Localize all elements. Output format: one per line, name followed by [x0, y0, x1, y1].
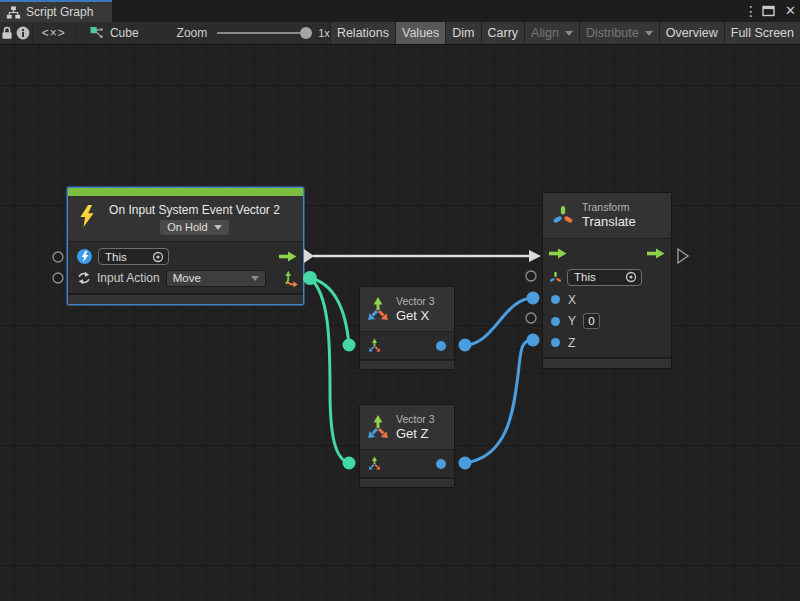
- getz-title: Get Z: [396, 426, 435, 442]
- graph-toolbar: <×> Cube Zoom 1x Relations Values Dim Ca…: [0, 22, 800, 45]
- flow-output-arrow-icon: [279, 251, 297, 262]
- align-button[interactable]: Align: [524, 22, 579, 44]
- context-label: Cube: [110, 26, 139, 40]
- event-mode-value: On Hold: [167, 221, 207, 233]
- translate-y-port[interactable]: [526, 313, 536, 323]
- wire-getz-to-z[interactable]: [465, 340, 533, 463]
- flow-input-arrow-icon: [549, 248, 567, 259]
- transform-icon-small: [549, 270, 562, 285]
- x-output-port[interactable]: [436, 341, 446, 351]
- node-footer: [360, 359, 454, 369]
- node-transform-translate[interactable]: Transform Translate This: [542, 192, 672, 369]
- relations-button[interactable]: Relations: [330, 22, 395, 44]
- full-screen-button[interactable]: Full Screen: [724, 22, 800, 44]
- transform-icon: [552, 203, 574, 228]
- node-footer: [543, 357, 671, 368]
- flow-output-arrow-icon: [647, 248, 665, 259]
- input-action-icon: [77, 271, 91, 285]
- window-menu-icon[interactable]: ⋮: [744, 0, 752, 22]
- maximize-icon[interactable]: [762, 5, 775, 17]
- event-accent-bar: [68, 188, 303, 196]
- close-icon[interactable]: ✕: [785, 0, 796, 22]
- getx-output-port[interactable]: [459, 339, 472, 352]
- vector3-input-icon[interactable]: [367, 338, 382, 353]
- inspect-button[interactable]: [15, 22, 33, 44]
- lock-button[interactable]: [0, 22, 15, 44]
- node-vector3-get-x[interactable]: Vector 3 Get X: [359, 286, 455, 370]
- z-label: Z: [568, 336, 575, 350]
- tab-script-graph[interactable]: Script Graph: [0, 0, 112, 22]
- script-graph-icon: [90, 26, 104, 40]
- zoom-slider[interactable]: [217, 32, 309, 34]
- event-node-title: On Input System Event Vector 2: [109, 203, 280, 217]
- translate-target-port[interactable]: [526, 271, 536, 281]
- y-input-port[interactable]: [551, 317, 560, 326]
- event-target-value: This: [105, 251, 127, 263]
- node-footer: [68, 293, 303, 304]
- tab-label: Script Graph: [26, 5, 93, 19]
- chevron-down-icon: [251, 276, 259, 281]
- info-icon: [16, 26, 30, 40]
- distribute-label: Distribute: [586, 26, 639, 40]
- vector2-output-icon: [283, 270, 298, 287]
- target-picker-icon[interactable]: [152, 251, 164, 263]
- getz-output-port[interactable]: [459, 457, 472, 470]
- zoom-slider-handle[interactable]: [300, 27, 312, 39]
- carry-button[interactable]: Carry: [481, 22, 525, 44]
- translate-z-port[interactable]: [527, 334, 540, 347]
- chevron-down-icon: [214, 225, 222, 230]
- event-action-port[interactable]: [53, 273, 63, 283]
- wire-event-to-getx[interactable]: [310, 278, 349, 345]
- values-button[interactable]: Values: [395, 22, 445, 44]
- title-bar: Script Graph ⋮ ✕: [0, 0, 800, 22]
- input-action-value: Move: [173, 272, 201, 284]
- getz-category: Vector 3: [396, 413, 435, 426]
- event-flow-output-triangle[interactable]: [304, 249, 314, 263]
- vector3-icon: [365, 296, 391, 322]
- graph-context-button[interactable]: Cube: [76, 22, 149, 44]
- translate-target-value: This: [574, 271, 596, 283]
- wire-getx-to-x[interactable]: [465, 298, 533, 345]
- node-vector3-get-z[interactable]: Vector 3 Get Z: [359, 404, 455, 488]
- getx-title: Get X: [396, 308, 435, 324]
- chevron-down-icon: [645, 31, 653, 36]
- player-input-icon: [77, 249, 92, 264]
- node-on-input-system-event[interactable]: On Input System Event Vector 2 On Hold T…: [67, 187, 304, 305]
- script-graph-window: Script Graph ⋮ ✕ <×> Cube Zoom 1x Relat: [0, 0, 800, 601]
- input-action-dropdown[interactable]: Move: [166, 270, 266, 287]
- z-input-port[interactable]: [551, 338, 560, 347]
- y-label: Y: [568, 314, 576, 328]
- graph-canvas[interactable]: On Input System Event Vector 2 On Hold T…: [0, 45, 800, 601]
- translate-category: Transform: [582, 201, 636, 214]
- z-output-port[interactable]: [436, 459, 446, 469]
- zoom-label: Zoom: [177, 26, 208, 40]
- chevron-down-icon: [565, 31, 573, 36]
- getz-input-port[interactable]: [343, 457, 356, 470]
- translate-flow-output-triangle[interactable]: [678, 249, 688, 263]
- node-footer: [360, 477, 454, 487]
- event-mode-dropdown[interactable]: On Hold: [160, 220, 228, 235]
- event-target-port[interactable]: [53, 252, 63, 262]
- lock-icon: [1, 26, 13, 40]
- event-vector2-output-port[interactable]: [303, 271, 317, 285]
- distribute-button[interactable]: Distribute: [579, 22, 659, 44]
- target-picker-icon[interactable]: [625, 271, 637, 283]
- getx-input-port[interactable]: [343, 339, 356, 352]
- translate-x-port[interactable]: [527, 292, 540, 305]
- x-label: X: [568, 293, 576, 307]
- lightning-icon: [79, 205, 95, 227]
- flow-arrowhead-icon: [529, 250, 541, 262]
- zoom-value: 1x: [318, 27, 330, 39]
- x-input-port[interactable]: [551, 295, 560, 304]
- y-value-input[interactable]: 0: [583, 313, 600, 329]
- translate-target-field[interactable]: This: [567, 269, 642, 286]
- dim-button[interactable]: Dim: [445, 22, 480, 44]
- wire-event-to-getz[interactable]: [310, 278, 349, 463]
- event-target-field[interactable]: This: [98, 248, 169, 265]
- vector3-input-icon[interactable]: [367, 456, 382, 471]
- bolt-glyph-icon: [81, 251, 89, 262]
- overview-button[interactable]: Overview: [659, 22, 724, 44]
- input-action-label: Input Action: [97, 271, 160, 285]
- translate-title: Translate: [582, 214, 636, 230]
- empty-selection-button[interactable]: <×>: [33, 22, 76, 44]
